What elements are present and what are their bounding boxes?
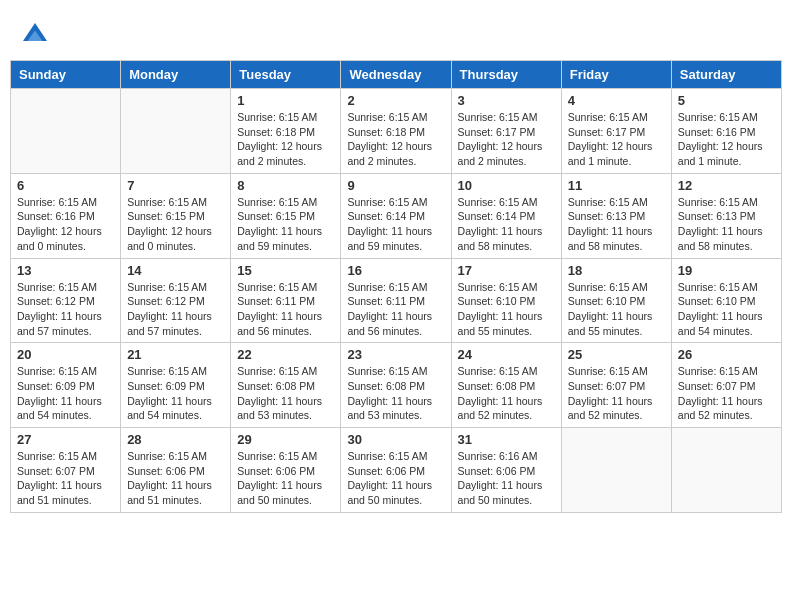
day-number: 16: [347, 263, 444, 278]
day-info: Sunrise: 6:15 AMSunset: 6:14 PMDaylight:…: [347, 195, 444, 254]
day-number: 13: [17, 263, 114, 278]
day-number: 9: [347, 178, 444, 193]
calendar-cell: [561, 428, 671, 513]
logo: [20, 20, 54, 50]
calendar-day-header: Thursday: [451, 61, 561, 89]
calendar-cell: 23Sunrise: 6:15 AMSunset: 6:08 PMDayligh…: [341, 343, 451, 428]
day-number: 10: [458, 178, 555, 193]
day-number: 31: [458, 432, 555, 447]
day-number: 17: [458, 263, 555, 278]
day-info: Sunrise: 6:15 AMSunset: 6:17 PMDaylight:…: [458, 110, 555, 169]
calendar-cell: 15Sunrise: 6:15 AMSunset: 6:11 PMDayligh…: [231, 258, 341, 343]
calendar-cell: 1Sunrise: 6:15 AMSunset: 6:18 PMDaylight…: [231, 89, 341, 174]
day-number: 2: [347, 93, 444, 108]
day-number: 26: [678, 347, 775, 362]
day-info: Sunrise: 6:15 AMSunset: 6:11 PMDaylight:…: [237, 280, 334, 339]
calendar-cell: 12Sunrise: 6:15 AMSunset: 6:13 PMDayligh…: [671, 173, 781, 258]
day-info: Sunrise: 6:15 AMSunset: 6:15 PMDaylight:…: [237, 195, 334, 254]
calendar-cell: 5Sunrise: 6:15 AMSunset: 6:16 PMDaylight…: [671, 89, 781, 174]
day-info: Sunrise: 6:15 AMSunset: 6:16 PMDaylight:…: [678, 110, 775, 169]
calendar-day-header: Wednesday: [341, 61, 451, 89]
day-info: Sunrise: 6:15 AMSunset: 6:13 PMDaylight:…: [568, 195, 665, 254]
logo-icon: [20, 20, 50, 50]
calendar-cell: 10Sunrise: 6:15 AMSunset: 6:14 PMDayligh…: [451, 173, 561, 258]
calendar-cell: 22Sunrise: 6:15 AMSunset: 6:08 PMDayligh…: [231, 343, 341, 428]
calendar-cell: 6Sunrise: 6:15 AMSunset: 6:16 PMDaylight…: [11, 173, 121, 258]
day-info: Sunrise: 6:15 AMSunset: 6:12 PMDaylight:…: [127, 280, 224, 339]
calendar-cell: 7Sunrise: 6:15 AMSunset: 6:15 PMDaylight…: [121, 173, 231, 258]
day-info: Sunrise: 6:15 AMSunset: 6:07 PMDaylight:…: [678, 364, 775, 423]
calendar-week-row: 27Sunrise: 6:15 AMSunset: 6:07 PMDayligh…: [11, 428, 782, 513]
day-info: Sunrise: 6:15 AMSunset: 6:07 PMDaylight:…: [17, 449, 114, 508]
day-info: Sunrise: 6:15 AMSunset: 6:12 PMDaylight:…: [17, 280, 114, 339]
day-info: Sunrise: 6:15 AMSunset: 6:16 PMDaylight:…: [17, 195, 114, 254]
day-info: Sunrise: 6:15 AMSunset: 6:10 PMDaylight:…: [568, 280, 665, 339]
calendar-cell: 18Sunrise: 6:15 AMSunset: 6:10 PMDayligh…: [561, 258, 671, 343]
calendar-week-row: 13Sunrise: 6:15 AMSunset: 6:12 PMDayligh…: [11, 258, 782, 343]
day-number: 3: [458, 93, 555, 108]
calendar-cell: 24Sunrise: 6:15 AMSunset: 6:08 PMDayligh…: [451, 343, 561, 428]
day-number: 30: [347, 432, 444, 447]
day-info: Sunrise: 6:15 AMSunset: 6:08 PMDaylight:…: [237, 364, 334, 423]
day-number: 11: [568, 178, 665, 193]
calendar-cell: 29Sunrise: 6:15 AMSunset: 6:06 PMDayligh…: [231, 428, 341, 513]
day-info: Sunrise: 6:15 AMSunset: 6:07 PMDaylight:…: [568, 364, 665, 423]
calendar-cell: 11Sunrise: 6:15 AMSunset: 6:13 PMDayligh…: [561, 173, 671, 258]
calendar-cell: 31Sunrise: 6:16 AMSunset: 6:06 PMDayligh…: [451, 428, 561, 513]
day-number: 23: [347, 347, 444, 362]
calendar-cell: 20Sunrise: 6:15 AMSunset: 6:09 PMDayligh…: [11, 343, 121, 428]
calendar-cell: 27Sunrise: 6:15 AMSunset: 6:07 PMDayligh…: [11, 428, 121, 513]
calendar-cell: 9Sunrise: 6:15 AMSunset: 6:14 PMDaylight…: [341, 173, 451, 258]
day-info: Sunrise: 6:16 AMSunset: 6:06 PMDaylight:…: [458, 449, 555, 508]
calendar-cell: 4Sunrise: 6:15 AMSunset: 6:17 PMDaylight…: [561, 89, 671, 174]
day-info: Sunrise: 6:15 AMSunset: 6:06 PMDaylight:…: [347, 449, 444, 508]
day-info: Sunrise: 6:15 AMSunset: 6:10 PMDaylight:…: [678, 280, 775, 339]
day-number: 25: [568, 347, 665, 362]
day-info: Sunrise: 6:15 AMSunset: 6:06 PMDaylight:…: [237, 449, 334, 508]
day-info: Sunrise: 6:15 AMSunset: 6:06 PMDaylight:…: [127, 449, 224, 508]
calendar-cell: [11, 89, 121, 174]
calendar-cell: 25Sunrise: 6:15 AMSunset: 6:07 PMDayligh…: [561, 343, 671, 428]
calendar-week-row: 6Sunrise: 6:15 AMSunset: 6:16 PMDaylight…: [11, 173, 782, 258]
calendar-cell: [671, 428, 781, 513]
day-number: 22: [237, 347, 334, 362]
day-number: 5: [678, 93, 775, 108]
day-number: 18: [568, 263, 665, 278]
day-number: 1: [237, 93, 334, 108]
day-number: 14: [127, 263, 224, 278]
day-number: 7: [127, 178, 224, 193]
calendar-day-header: Friday: [561, 61, 671, 89]
calendar-week-row: 20Sunrise: 6:15 AMSunset: 6:09 PMDayligh…: [11, 343, 782, 428]
day-info: Sunrise: 6:15 AMSunset: 6:13 PMDaylight:…: [678, 195, 775, 254]
day-number: 29: [237, 432, 334, 447]
day-number: 12: [678, 178, 775, 193]
calendar-cell: 30Sunrise: 6:15 AMSunset: 6:06 PMDayligh…: [341, 428, 451, 513]
day-number: 8: [237, 178, 334, 193]
day-number: 21: [127, 347, 224, 362]
day-info: Sunrise: 6:15 AMSunset: 6:10 PMDaylight:…: [458, 280, 555, 339]
day-info: Sunrise: 6:15 AMSunset: 6:08 PMDaylight:…: [347, 364, 444, 423]
calendar-cell: 3Sunrise: 6:15 AMSunset: 6:17 PMDaylight…: [451, 89, 561, 174]
calendar-day-header: Sunday: [11, 61, 121, 89]
day-number: 28: [127, 432, 224, 447]
day-info: Sunrise: 6:15 AMSunset: 6:18 PMDaylight:…: [347, 110, 444, 169]
calendar-cell: 21Sunrise: 6:15 AMSunset: 6:09 PMDayligh…: [121, 343, 231, 428]
page-header: [10, 10, 782, 55]
day-info: Sunrise: 6:15 AMSunset: 6:08 PMDaylight:…: [458, 364, 555, 423]
day-info: Sunrise: 6:15 AMSunset: 6:15 PMDaylight:…: [127, 195, 224, 254]
day-info: Sunrise: 6:15 AMSunset: 6:17 PMDaylight:…: [568, 110, 665, 169]
calendar-day-header: Monday: [121, 61, 231, 89]
day-info: Sunrise: 6:15 AMSunset: 6:18 PMDaylight:…: [237, 110, 334, 169]
day-number: 6: [17, 178, 114, 193]
day-number: 15: [237, 263, 334, 278]
calendar-header-row: SundayMondayTuesdayWednesdayThursdayFrid…: [11, 61, 782, 89]
calendar-cell: 14Sunrise: 6:15 AMSunset: 6:12 PMDayligh…: [121, 258, 231, 343]
calendar-cell: 17Sunrise: 6:15 AMSunset: 6:10 PMDayligh…: [451, 258, 561, 343]
calendar-cell: 8Sunrise: 6:15 AMSunset: 6:15 PMDaylight…: [231, 173, 341, 258]
day-info: Sunrise: 6:15 AMSunset: 6:14 PMDaylight:…: [458, 195, 555, 254]
calendar-cell: 13Sunrise: 6:15 AMSunset: 6:12 PMDayligh…: [11, 258, 121, 343]
calendar-cell: 26Sunrise: 6:15 AMSunset: 6:07 PMDayligh…: [671, 343, 781, 428]
calendar-day-header: Tuesday: [231, 61, 341, 89]
calendar-table: SundayMondayTuesdayWednesdayThursdayFrid…: [10, 60, 782, 513]
calendar-week-row: 1Sunrise: 6:15 AMSunset: 6:18 PMDaylight…: [11, 89, 782, 174]
